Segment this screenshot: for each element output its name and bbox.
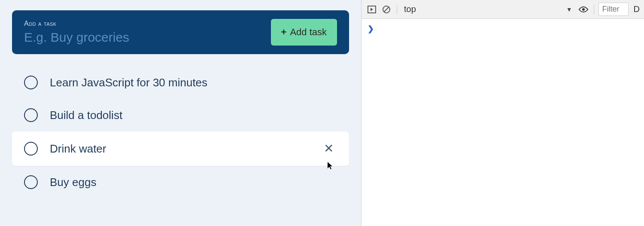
task-item[interactable]: Build a todolist [12,99,349,131]
devtools-panel: top ▼ D ❯ [361,0,644,226]
task-text: Learn JavaScript for 30 minutes [50,76,337,89]
delete-task-icon[interactable]: ✕ [320,141,337,156]
context-select[interactable]: top ▼ [401,3,575,15]
svg-point-3 [582,8,585,11]
task-text: Build a todolist [50,109,337,122]
eye-icon[interactable] [577,3,589,15]
task-item[interactable]: Drink water ✕ [12,131,349,166]
filter-input[interactable] [598,3,629,16]
truncated-label: D [631,4,640,14]
task-text: Buy eggs [50,176,337,189]
console-prompt-icon: ❯ [368,24,374,34]
todo-app-panel: Add a task + Add task Learn JavaScript f… [0,0,361,226]
add-task-card: Add a task + Add task [12,10,349,54]
add-task-input[interactable] [24,30,204,45]
plus-icon: + [281,27,287,38]
task-checkbox[interactable] [24,175,38,189]
toggle-sidebar-icon[interactable] [366,3,378,15]
devtools-toolbar: top ▼ D [361,0,644,19]
task-list: Learn JavaScript for 30 minutes Build a … [12,66,349,199]
add-task-button-label: Add task [290,27,327,38]
clear-console-icon[interactable] [380,3,392,15]
task-item[interactable]: Buy eggs [12,166,349,199]
task-checkbox[interactable] [24,142,38,156]
console-body[interactable]: ❯ [361,19,644,226]
svg-line-2 [384,7,389,12]
task-item[interactable]: Learn JavaScript for 30 minutes [12,66,349,99]
add-task-button[interactable]: + Add task [271,19,337,46]
toolbar-separator [397,5,397,14]
add-task-label: Add a task [24,20,204,27]
task-checkbox[interactable] [24,108,38,122]
add-task-left: Add a task [24,20,204,45]
context-label: top [404,4,416,14]
task-text: Drink water [50,142,320,156]
toolbar-separator [594,5,594,14]
chevron-down-icon: ▼ [566,6,572,13]
task-checkbox[interactable] [24,76,38,89]
